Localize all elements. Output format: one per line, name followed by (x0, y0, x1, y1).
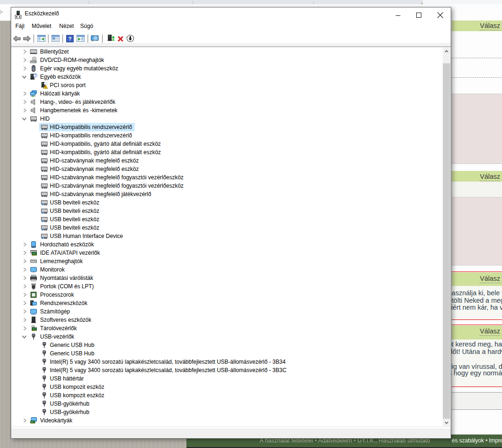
svg-text:?: ? (68, 36, 71, 41)
